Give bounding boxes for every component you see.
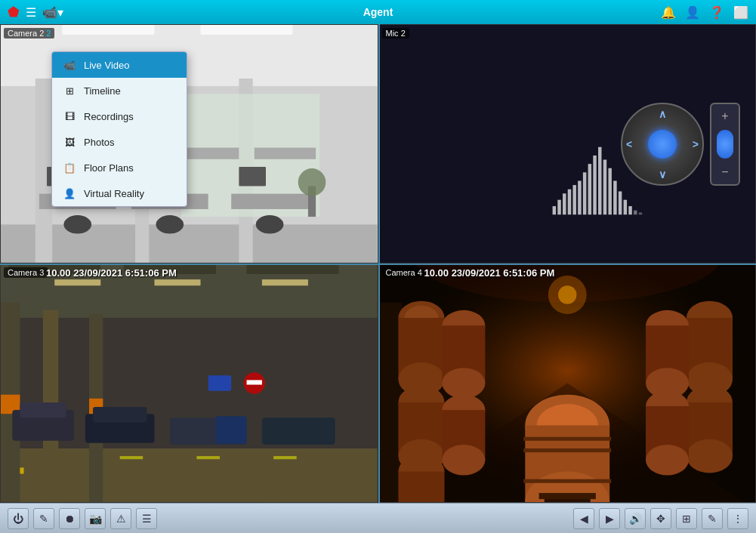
app-title: Agent (363, 6, 393, 18)
alert-icon[interactable]: ⬟ (8, 4, 20, 20)
ptz-right-arrow[interactable]: > (693, 138, 699, 150)
ptz-down-arrow[interactable]: ∨ (659, 168, 666, 180)
svg-rect-105 (523, 437, 611, 441)
ptz-center-dot[interactable] (648, 130, 677, 159)
ptz-up-arrow[interactable]: ∧ (659, 108, 666, 120)
svg-rect-31 (598, 147, 601, 215)
svg-rect-107 (523, 479, 611, 483)
menu-item-live-video-label: Live Video (84, 60, 129, 71)
svg-rect-28 (583, 172, 586, 214)
svg-rect-68 (273, 456, 297, 459)
svg-rect-62 (216, 416, 247, 444)
ptz-left-arrow[interactable]: < (626, 138, 632, 150)
camera2-label: Mic 2 (382, 28, 409, 39)
svg-rect-32 (603, 160, 606, 215)
svg-rect-61 (262, 417, 335, 445)
audio-button[interactable]: 🔊 (625, 508, 646, 529)
title-bar-left: ⬟ ☰ 📹▾ (8, 4, 63, 20)
ptz-control: ∧ ∨ < > + − (621, 103, 740, 186)
svg-rect-53 (54, 279, 100, 285)
camera3-label: Camera 3 (4, 267, 48, 278)
menu-item-floor-plans-label: Floor Plans (84, 162, 134, 174)
svg-rect-106 (523, 448, 611, 452)
back-button[interactable]: ◀ (573, 508, 594, 529)
svg-point-13 (156, 215, 184, 233)
timeline-icon: ⊞ (63, 84, 76, 97)
menu-item-virtual-reality[interactable]: 👤 Virtual Reality (52, 180, 187, 206)
user-icon[interactable]: 👤 (685, 5, 700, 20)
svg-rect-29 (588, 164, 591, 214)
svg-rect-27 (578, 181, 581, 215)
camera4-label: Camera 4 (382, 267, 426, 278)
svg-rect-11 (231, 194, 308, 209)
menu-item-photos[interactable]: 🖼 Photos (52, 129, 187, 155)
svg-rect-39 (639, 212, 642, 214)
svg-rect-2 (1, 224, 378, 263)
svg-point-94 (686, 439, 732, 473)
svg-rect-59 (93, 407, 147, 422)
menu-item-timeline[interactable]: ⊞ Timeline (52, 78, 187, 103)
grid-button[interactable]: ⊞ (676, 508, 697, 529)
svg-point-12 (63, 215, 91, 233)
menu-icon[interactable]: ☰ (26, 5, 36, 20)
notifications-icon[interactable]: 🔔 (661, 5, 676, 20)
svg-point-111 (558, 285, 576, 303)
camera1-label: Camera 2 2 (4, 28, 54, 39)
snapshot-button[interactable]: 📷 (85, 508, 106, 529)
svg-rect-25 (568, 189, 571, 215)
edit2-button[interactable]: ✎ (702, 508, 723, 529)
floor-plans-icon: 📋 (63, 161, 76, 174)
svg-rect-3 (62, 25, 154, 35)
ptz-zoom-in-button[interactable]: + (716, 107, 734, 125)
record-button[interactable]: ⏺ (59, 508, 80, 529)
main-content: Camera 2 2 (0, 24, 756, 503)
camera3-timestamp: 10.00 23/09/2021 6:51:06 PM (46, 267, 177, 279)
menu-item-timeline-label: Timeline (84, 85, 121, 97)
ptz-zoom-control: + − (710, 103, 740, 186)
dropdown-menu: 📹 Live Video ⊞ Timeline 🎞 Recordings 🖼 P… (51, 51, 187, 207)
camera2-panel[interactable]: Mic 2 (378, 24, 757, 263)
forward-button[interactable]: ▶ (599, 508, 620, 529)
move-button[interactable]: ✥ (650, 508, 671, 529)
parking-scene (1, 264, 378, 502)
camera4-timestamp: 10.00 23/09/2021 6:51:06 PM (424, 267, 555, 279)
menu-item-recordings[interactable]: 🎞 Recordings (52, 103, 187, 129)
title-bar: ⬟ ☰ 📹▾ Agent 🔔 👤 ❓ ⬜ (0, 0, 756, 24)
camera4-panel[interactable]: Camera 4 10.00 23/09/2021 6:51:06 PM (378, 263, 757, 503)
camera3-panel[interactable]: Camera 3 10.00 23/09/2021 6:51:06 PM (0, 263, 378, 503)
ptz-zoom-out-button[interactable]: − (716, 163, 734, 181)
svg-rect-36 (623, 200, 626, 215)
menu-item-floor-plans[interactable]: 📋 Floor Plans (52, 155, 187, 180)
svg-rect-23 (557, 200, 560, 215)
power-button[interactable]: ⏻ (8, 508, 29, 529)
window-icon[interactable]: ⬜ (733, 5, 748, 20)
cellar-scene (379, 264, 756, 502)
svg-rect-30 (593, 156, 596, 214)
svg-rect-54 (154, 279, 200, 285)
svg-point-85 (442, 368, 485, 399)
more-button[interactable]: ⋮ (727, 508, 748, 529)
virtual-reality-icon: 👤 (63, 186, 76, 200)
bottom-toolbar: ⏻ ✎ ⏺ 📷 ⚠ ☰ ◀ ▶ 🔊 ✥ ⊞ ✎ ⋮ (0, 503, 756, 533)
svg-rect-43 (247, 264, 339, 274)
photos-icon: 🖼 (63, 135, 76, 149)
svg-rect-19 (255, 148, 316, 159)
ptz-zoom-slider[interactable] (717, 130, 733, 159)
list-button[interactable]: ☰ (136, 508, 157, 529)
toolbar-left: ⏻ ✎ ⏺ 📷 ⚠ ☰ (8, 508, 157, 529)
svg-rect-24 (563, 193, 566, 214)
edit-button[interactable]: ✎ (33, 508, 54, 529)
svg-rect-17 (239, 167, 266, 186)
menu-item-live-video[interactable]: 📹 Live Video (52, 52, 187, 78)
ptz-joystick[interactable]: ∧ ∨ < > (621, 103, 704, 186)
alert-button[interactable]: ⚠ (110, 508, 131, 529)
help-icon[interactable]: ❓ (709, 5, 724, 20)
svg-rect-82 (398, 471, 444, 502)
camera-icon[interactable]: 📹▾ (42, 5, 63, 20)
svg-rect-64 (247, 380, 262, 384)
svg-rect-34 (613, 181, 616, 215)
svg-rect-67 (196, 456, 220, 459)
svg-rect-22 (552, 206, 555, 214)
svg-rect-35 (619, 192, 622, 215)
menu-item-photos-label: Photos (84, 137, 114, 148)
